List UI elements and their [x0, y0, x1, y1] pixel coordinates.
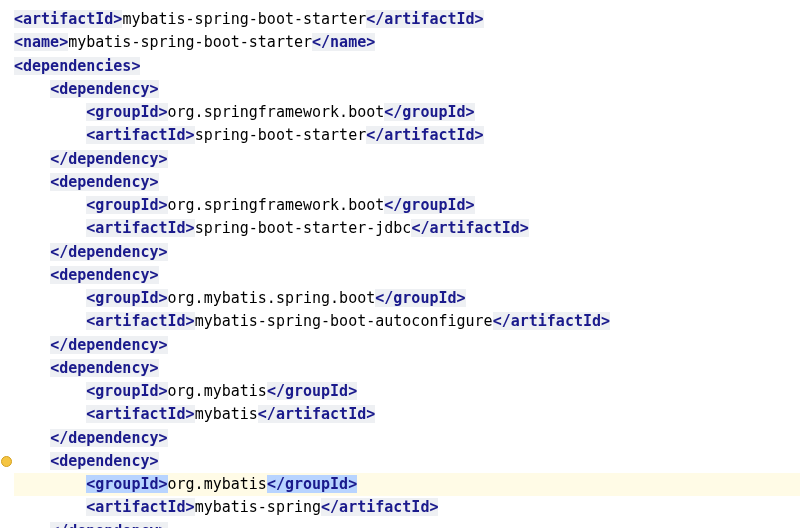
xml-tag: </artifactId>	[411, 219, 528, 237]
code-line[interactable]: </dependency>	[14, 241, 800, 264]
xml-text: org.mybatis	[168, 475, 267, 493]
xml-tag: <dependency>	[50, 266, 158, 284]
xml-text: spring-boot-starter	[195, 126, 367, 144]
xml-tag: </artifactId>	[366, 10, 483, 28]
xml-tag: <artifactId>	[86, 405, 194, 423]
xml-tag: <artifactId>	[14, 10, 122, 28]
code-line[interactable]: <dependency>	[14, 78, 800, 101]
intention-bulb-icon[interactable]	[0, 450, 12, 474]
xml-tag: </groupId>	[384, 103, 474, 121]
code-line[interactable]: <artifactId>mybatis-spring</artifactId>	[14, 496, 800, 519]
xml-tag: </groupId>	[267, 475, 357, 493]
xml-text: org.springframework.boot	[168, 196, 385, 214]
xml-tag: <groupId>	[86, 103, 167, 121]
xml-tag: </dependency>	[50, 150, 167, 168]
code-line[interactable]: <name>mybatis-spring-boot-starter</name>	[14, 31, 800, 54]
xml-tag: </groupId>	[375, 289, 465, 307]
xml-tag: <groupId>	[86, 196, 167, 214]
xml-tag: </name>	[312, 33, 375, 51]
xml-tag: </groupId>	[267, 382, 357, 400]
xml-tag: </artifactId>	[493, 312, 610, 330]
code-line[interactable]: <groupId>org.mybatis</groupId>	[14, 380, 800, 403]
xml-text: mybatis	[195, 405, 258, 423]
code-line[interactable]: <artifactId>spring-boot-starter-jdbc</ar…	[14, 217, 800, 240]
xml-text: mybatis-spring-boot-starter	[122, 10, 366, 28]
code-line[interactable]: <dependency>	[14, 450, 800, 473]
xml-tag: <groupId>	[86, 289, 167, 307]
xml-tag: <artifactId>	[86, 219, 194, 237]
code-line[interactable]: <groupId>org.springframework.boot</group…	[14, 194, 800, 217]
code-line[interactable]: </dependency>	[14, 427, 800, 450]
code-line[interactable]: <groupId>org.mybatis.spring.boot</groupI…	[14, 287, 800, 310]
xml-tag: <groupId>	[86, 382, 167, 400]
xml-tag: <dependency>	[50, 80, 158, 98]
code-line[interactable]: </dependency>	[14, 148, 800, 171]
xml-tag: <artifactId>	[86, 498, 194, 516]
code-line[interactable]: <groupId>org.springframework.boot</group…	[14, 101, 800, 124]
xml-tag: </artifactId>	[258, 405, 375, 423]
code-line[interactable]: <artifactId>spring-boot-starter</artifac…	[14, 124, 800, 147]
xml-tag: </dependency>	[50, 336, 167, 354]
xml-tag: </dependency>	[50, 243, 167, 261]
xml-tag: <groupId>	[86, 475, 167, 493]
code-line[interactable]: <artifactId>mybatis-spring-boot-autoconf…	[14, 310, 800, 333]
xml-tag: </artifactId>	[321, 498, 438, 516]
code-line[interactable]: </dependency>	[14, 520, 800, 529]
xml-tag: <dependency>	[50, 173, 158, 191]
xml-tag: <dependencies>	[14, 57, 140, 75]
code-line[interactable]: <dependency>	[14, 171, 800, 194]
code-line[interactable]: <dependency>	[14, 357, 800, 380]
xml-code-editor[interactable]: <artifactId>mybatis-spring-boot-starter<…	[14, 8, 800, 528]
xml-text: mybatis-spring-boot-starter	[68, 33, 312, 51]
xml-text: mybatis-spring	[195, 498, 321, 516]
xml-tag: <name>	[14, 33, 68, 51]
xml-text: org.mybatis	[168, 382, 267, 400]
xml-tag: <dependency>	[50, 452, 158, 470]
xml-tag: </artifactId>	[366, 126, 483, 144]
code-line[interactable]: <dependencies>	[14, 55, 800, 78]
code-line[interactable]: <groupId>org.mybatis</groupId>	[14, 473, 800, 496]
xml-text: spring-boot-starter-jdbc	[195, 219, 412, 237]
code-line[interactable]: </dependency>	[14, 334, 800, 357]
code-line[interactable]: <artifactId>mybatis-spring-boot-starter<…	[14, 8, 800, 31]
xml-tag: </dependency>	[50, 429, 167, 447]
xml-text: org.mybatis.spring.boot	[168, 289, 376, 307]
xml-text: mybatis-spring-boot-autoconfigure	[195, 312, 493, 330]
xml-tag: </groupId>	[384, 196, 474, 214]
xml-tag: <artifactId>	[86, 312, 194, 330]
xml-tag: <artifactId>	[86, 126, 194, 144]
code-line[interactable]: <artifactId>mybatis</artifactId>	[14, 403, 800, 426]
xml-text: org.springframework.boot	[168, 103, 385, 121]
code-line[interactable]: <dependency>	[14, 264, 800, 287]
xml-tag: <dependency>	[50, 359, 158, 377]
xml-tag: </dependency>	[50, 522, 167, 529]
